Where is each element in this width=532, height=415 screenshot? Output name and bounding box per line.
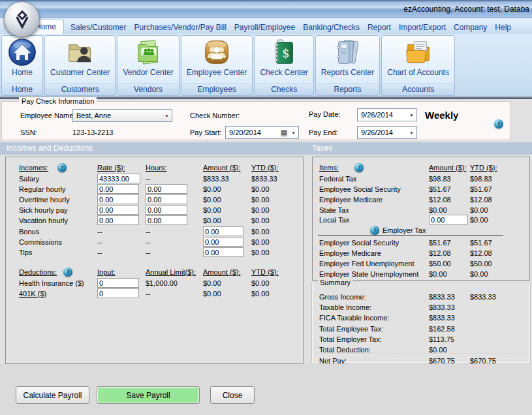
vendor-center-label: Vendor Center: [123, 68, 173, 77]
ribbon-group-reports: Reports Center Reports: [315, 35, 380, 96]
summary-row-fica-taxable-income: FICA Taxable Income: $833.33: [313, 313, 529, 322]
menu-item-report[interactable]: Report: [364, 20, 395, 34]
summary-amount: $162.58: [429, 325, 470, 333]
deductions-help-icon[interactable]: [63, 268, 72, 277]
summary-amount: $0.00: [429, 346, 470, 354]
pay-date-value: 9/26/2014: [361, 111, 407, 119]
hours-input-overtime-hourly[interactable]: [146, 194, 187, 204]
deductions-column-header: Deductions:: [19, 268, 57, 276]
employee-center-button[interactable]: Employee Center: [181, 36, 253, 84]
tax-row-employee-social-security: Employee Social Security $51.67 $51.67: [313, 184, 529, 194]
menu-item-import-export[interactable]: Import/Export: [395, 20, 450, 34]
rate-input-salary[interactable]: [97, 174, 140, 183]
reports-binders-icon: [333, 37, 363, 67]
pay-end-select[interactable]: 9/26/2014: [357, 126, 417, 139]
deduction-ytd: $0.00: [251, 290, 303, 298]
tax-ytd: $51.67: [470, 239, 529, 247]
deduction-input-401k[interactable]: [97, 288, 139, 298]
income-row-tips: Tips -- -- $0.00: [6, 247, 303, 257]
tax-row-local: Local Tax $0.00: [313, 215, 529, 224]
paycheck-help-icon[interactable]: [494, 119, 503, 129]
menu-item-help[interactable]: Help: [491, 20, 515, 34]
employee-name-select[interactable]: Best, Anne: [72, 109, 172, 122]
rate-input-overtime-hourly[interactable]: [97, 194, 139, 204]
income-ytd: $0.00: [251, 228, 303, 236]
chart-of-accounts-button[interactable]: Chart of Accounts: [382, 36, 454, 84]
amount-column-header: Amount ($):: [203, 268, 251, 276]
close-button[interactable]: Close: [210, 386, 255, 404]
summary-row-taxable-income: Taxable Income: $833.33: [313, 302, 529, 312]
employer-tax-header: Employer Tax: [318, 225, 503, 236]
calculate-payroll-button[interactable]: Calculate Payroll: [16, 386, 89, 404]
amount-input-commissions[interactable]: [203, 237, 243, 247]
income-ytd: $0.00: [251, 185, 303, 193]
employer-tax-title: Employer Tax: [383, 226, 426, 234]
ribbon-group-title-customers: Customers: [45, 84, 115, 95]
ytd-column-header: YTD ($):: [251, 268, 303, 276]
customer-center-button[interactable]: Customer Center: [45, 36, 115, 84]
ribbon-group-title-accounts: Accounts: [382, 84, 454, 95]
deduction-input-health-insurance[interactable]: [97, 278, 139, 288]
home-button-label: Home: [12, 68, 33, 77]
dropdown-arrow-icon: [407, 127, 416, 138]
reports-center-button[interactable]: Reports Center: [316, 36, 379, 84]
home-icon: [7, 37, 37, 67]
vendor-center-button[interactable]: Vendor Center: [117, 36, 178, 84]
dropdown-arrow-icon: [407, 109, 416, 121]
hours-input-sick-hourly[interactable]: [146, 205, 187, 215]
app-logo-icon: [11, 8, 33, 31]
local-tax-input[interactable]: [429, 215, 468, 224]
employer-tax-help-icon[interactable]: [370, 226, 379, 235]
tax-row-employer-fed-unemployment: Employer Fed Unemployment $50.00 $50.00: [313, 258, 529, 268]
income-amount: $0.00: [203, 217, 251, 224]
taxes-panel: Items: Amount ($): YTD ($): Federal Tax …: [312, 157, 530, 281]
pay-date-label: Pay Date:: [309, 110, 340, 118]
amount-input-bonus[interactable]: [203, 226, 243, 236]
deduction-label: Health Insurance ($): [19, 279, 97, 287]
home-button[interactable]: Home: [2, 36, 42, 84]
amount-column-header: Amount ($):: [429, 164, 470, 172]
pay-start-datepicker[interactable]: 9/20/2014: [225, 126, 299, 139]
amount-input-tips[interactable]: [203, 247, 243, 257]
menu-item-payroll-employee[interactable]: Payroll/Employee: [230, 20, 299, 34]
taxes-section-title: Taxes: [312, 144, 332, 153]
ribbon-group-customers: Customer Center Customers: [44, 35, 116, 96]
check-center-button[interactable]: $ Check Center: [255, 36, 313, 84]
income-hours: --: [146, 175, 203, 183]
tax-row-federal: Federal Tax $98.83 $98.83: [313, 174, 529, 183]
tax-ytd: $0.00: [470, 270, 529, 278]
income-rate: --: [97, 228, 146, 236]
customer-center-label: Customer Center: [50, 68, 110, 77]
menu-item-purchases-vendor-pay-bill[interactable]: Purchases/Vendor/Pay Bill: [130, 20, 230, 34]
save-payroll-button[interactable]: Save Payroll: [97, 386, 200, 404]
app-logo-button[interactable]: [4, 1, 40, 37]
menu-item-company[interactable]: Company: [450, 20, 491, 34]
hours-input-regular-hourly[interactable]: [146, 184, 187, 194]
rate-input-sick-hourly[interactable]: [97, 205, 139, 215]
pay-date-select[interactable]: 9/26/2014: [357, 108, 417, 121]
income-amount: $0.00: [203, 206, 251, 214]
ribbon-group-accounts: Chart of Accounts Accounts: [381, 35, 455, 96]
deduction-401k-link[interactable]: 401K ($): [19, 290, 97, 298]
income-row-overtime-hourly: Overtime hourly $0.00 $0.00: [6, 194, 303, 204]
ribbon-group-title-home: Home: [2, 84, 42, 95]
incomes-help-icon[interactable]: [57, 163, 67, 172]
income-row-regular-hourly: Regular hourly $0.00 $0.00: [6, 184, 303, 194]
summary-label: Taxable Income:: [319, 303, 429, 311]
tax-ytd: $98.83: [470, 175, 529, 183]
deduction-row-health-insurance: Health Insurance ($) $1,000.00 $0.00 $0.…: [6, 278, 303, 288]
summary-row-total-employee-tax: Total Employee Tax: $162.58: [313, 324, 529, 333]
ribbon-group-checks: $ Check Center Checks: [254, 35, 313, 96]
menu-item-banking-checks[interactable]: Banking/Checks: [299, 20, 364, 34]
tax-amount: $98.83: [429, 175, 470, 183]
income-ytd: $0.00: [251, 238, 303, 246]
deduction-amount: $0.00: [203, 290, 251, 298]
pay-end-value: 9/26/2014: [361, 129, 407, 136]
tax-row-state: State Tax $0.00 $0.00: [313, 205, 529, 215]
taxes-help-icon[interactable]: [354, 163, 364, 172]
rate-input-regular-hourly[interactable]: [97, 184, 139, 194]
menu-item-sales-customer[interactable]: Sales/Customer: [67, 20, 130, 34]
incomes-section-title: Incomes and Deductions: [7, 144, 93, 153]
rate-input-vacation-hourly[interactable]: [97, 215, 139, 225]
hours-input-vacation-hourly[interactable]: [146, 215, 187, 225]
